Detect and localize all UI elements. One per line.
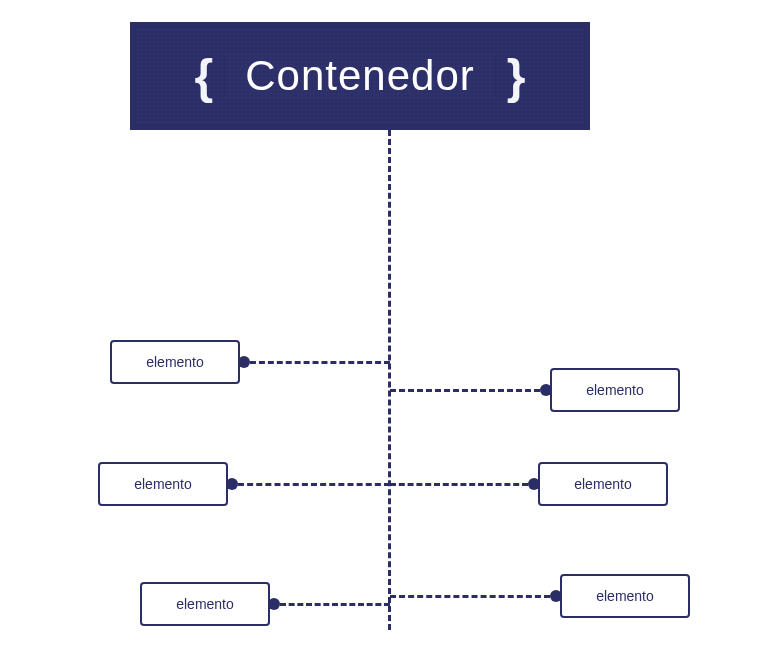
element-left-1: elemento bbox=[110, 340, 240, 384]
element-label: elemento bbox=[176, 596, 234, 612]
element-left-2: elemento bbox=[98, 462, 228, 506]
connector-horizontal bbox=[238, 483, 390, 486]
diagram-canvas: { Contenedor } elemento elemento element… bbox=[0, 0, 784, 672]
connector-dot-icon bbox=[528, 478, 540, 490]
element-left-3: elemento bbox=[140, 582, 270, 626]
connector-dot-icon bbox=[226, 478, 238, 490]
connector-dot-icon bbox=[238, 356, 250, 368]
connector-horizontal bbox=[390, 389, 540, 392]
connector-dot-icon bbox=[550, 590, 562, 602]
brace-open-icon: { bbox=[181, 49, 228, 104]
element-right-2: elemento bbox=[538, 462, 668, 506]
container-title: Contenedor bbox=[227, 52, 493, 100]
connector-horizontal bbox=[390, 595, 550, 598]
container-node: { Contenedor } bbox=[130, 22, 590, 130]
brace-close-icon: } bbox=[493, 49, 540, 104]
element-right-1: elemento bbox=[550, 368, 680, 412]
element-label: elemento bbox=[586, 382, 644, 398]
connector-horizontal bbox=[390, 483, 528, 486]
element-label: elemento bbox=[146, 354, 204, 370]
connector-horizontal bbox=[250, 361, 390, 364]
connector-vertical bbox=[388, 130, 391, 630]
connector-dot-icon bbox=[540, 384, 552, 396]
connector-horizontal bbox=[280, 603, 390, 606]
element-label: elemento bbox=[134, 476, 192, 492]
element-label: elemento bbox=[574, 476, 632, 492]
connector-dot-icon bbox=[268, 598, 280, 610]
element-label: elemento bbox=[596, 588, 654, 604]
element-right-3: elemento bbox=[560, 574, 690, 618]
